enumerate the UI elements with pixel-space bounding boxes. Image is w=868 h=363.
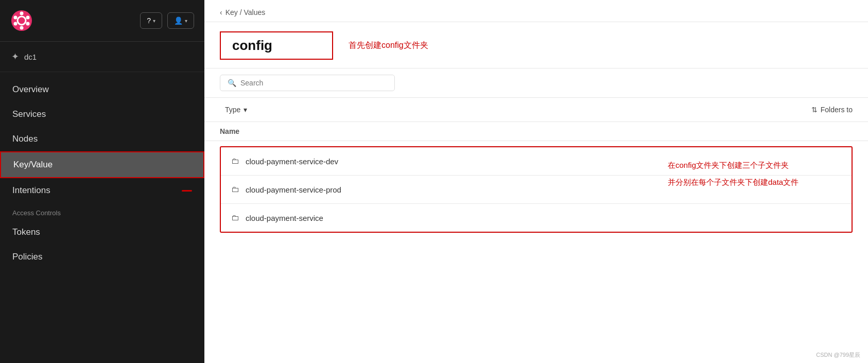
type-filter-label: Type <box>225 106 240 114</box>
sidebar-header: ? ▾ 👤 ▾ <box>0 0 204 42</box>
search-input[interactable] <box>240 79 387 87</box>
sidebar: ? ▾ 👤 ▾ ✦ dc1 Overview Services Nodes Ke… <box>0 0 204 363</box>
dc-section: ✦ dc1 <box>0 42 204 72</box>
folder-item-base[interactable]: 🗀 cloud-payment-service <box>221 204 852 232</box>
folder-section: 🗀 cloud-payment-service-dev 🗀 cloud-paym… <box>204 141 868 238</box>
annotation-2: 在config文件夹下创建三个子文件夹 并分别在每个子文件夹下创建data文件 <box>668 157 868 191</box>
sidebar-item-services-label: Services <box>12 109 46 119</box>
user-chevron-icon: ▾ <box>185 18 187 24</box>
svg-point-6 <box>14 22 18 26</box>
search-icon: 🔍 <box>228 79 236 87</box>
sidebar-item-keyvalue-label: Key/Value <box>13 160 53 170</box>
folder-icon-prod: 🗀 <box>231 185 239 194</box>
intentions-indicator <box>182 190 192 192</box>
svg-point-4 <box>26 22 30 26</box>
annotation-2-line2: 并分别在每个子文件夹下创建data文件 <box>668 174 868 191</box>
help-button[interactable]: ? ▾ <box>140 12 162 29</box>
svg-point-3 <box>26 16 30 20</box>
dc-grid-icon: ✦ <box>11 51 19 62</box>
folders-toggle-label: Folders to <box>821 106 853 114</box>
breadcrumb-link[interactable]: Key / Values <box>225 8 266 16</box>
sidebar-item-intentions[interactable]: Intentions <box>0 178 204 203</box>
help-icon: ? <box>147 16 151 25</box>
consul-logo <box>10 9 33 32</box>
user-icon: 👤 <box>174 16 183 25</box>
sidebar-item-services[interactable]: Services <box>0 102 204 127</box>
folder-item-base-label: cloud-payment-service <box>246 214 323 222</box>
svg-point-2 <box>20 12 24 15</box>
sidebar-item-overview-label: Overview <box>12 84 49 95</box>
sidebar-item-intentions-label: Intentions <box>12 185 50 196</box>
folders-toggle[interactable]: ⇅ Folders to <box>811 106 853 114</box>
main-content: ‹ Key / Values config 首先创建config文件夹 🔍 Ty… <box>204 0 868 363</box>
header-controls: ? ▾ 👤 ▾ <box>140 12 194 29</box>
sidebar-item-nodes-label: Nodes <box>12 134 38 144</box>
breadcrumb: ‹ Key / Values <box>204 0 868 22</box>
sidebar-item-policies[interactable]: Policies <box>0 245 204 269</box>
svg-point-7 <box>14 16 18 20</box>
sidebar-item-nodes[interactable]: Nodes <box>0 127 204 151</box>
logo-area <box>10 9 33 32</box>
sidebar-item-keyvalue[interactable]: Key/Value <box>0 151 204 178</box>
folders-icon: ⇅ <box>811 106 818 114</box>
sidebar-item-tokens-label: Tokens <box>12 227 40 237</box>
user-button[interactable]: 👤 ▾ <box>167 12 194 29</box>
folder-icon-dev: 🗀 <box>231 157 239 166</box>
toolbar: 🔍 <box>204 68 868 98</box>
page-title: config <box>220 31 333 60</box>
folder-icon-base: 🗀 <box>231 213 239 222</box>
svg-point-5 <box>20 26 24 30</box>
bottom-credit: CSDN @799星辰 <box>816 351 860 359</box>
column-header: Name <box>204 122 868 141</box>
sidebar-item-overview[interactable]: Overview <box>0 77 204 102</box>
nav-section: Overview Services Nodes Key/Value Intent… <box>0 72 204 363</box>
sidebar-item-tokens[interactable]: Tokens <box>0 220 204 245</box>
annotation-2-line1: 在config文件夹下创建三个子文件夹 <box>668 157 868 174</box>
type-filter[interactable]: Type ▾ <box>220 103 252 116</box>
filter-section: Type ▾ ⇅ Folders to <box>204 98 868 122</box>
type-filter-chevron-icon: ▾ <box>244 106 247 114</box>
search-box: 🔍 <box>220 75 395 91</box>
annotation-1: 首先创建config文件夹 <box>349 40 428 51</box>
back-chevron-icon: ‹ <box>220 8 222 16</box>
folder-item-dev-label: cloud-payment-service-dev <box>246 157 338 166</box>
folder-item-prod-label: cloud-payment-service-prod <box>246 185 341 194</box>
sidebar-item-policies-label: Policies <box>12 252 43 262</box>
access-controls-label: Access Controls <box>0 203 204 220</box>
dc-label: dc1 <box>24 53 37 61</box>
page-title-section: config 首先创建config文件夹 <box>204 22 868 68</box>
help-chevron-icon: ▾ <box>153 18 155 24</box>
